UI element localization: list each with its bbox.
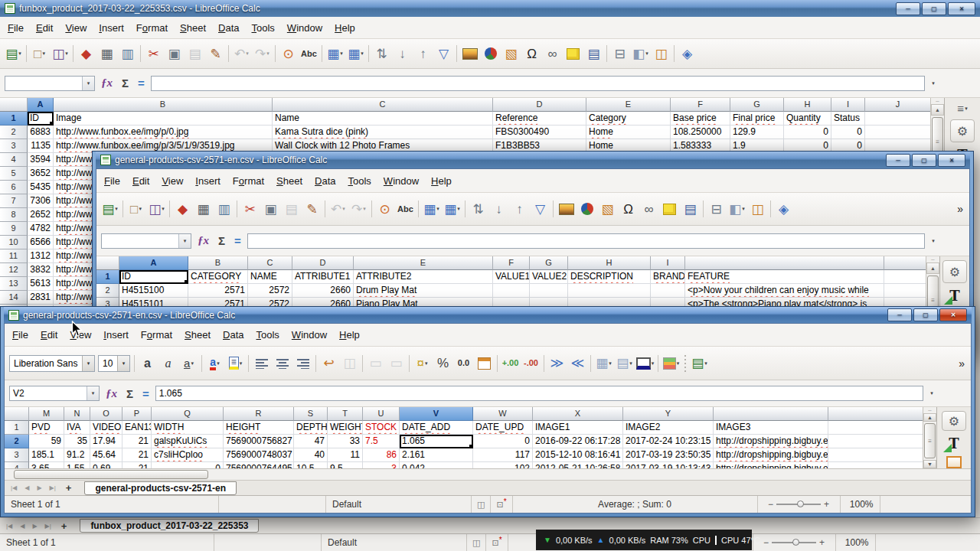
name-box[interactable]: ▾ xyxy=(101,233,191,249)
column-header-unlabeled[interactable] xyxy=(685,256,884,270)
name-box-dropdown[interactable]: ▾ xyxy=(82,77,94,90)
cell[interactable]: 2016-09-22 06:17:28 xyxy=(533,435,623,448)
insert-hyperlink-button[interactable]: ∞ xyxy=(542,44,563,64)
cell[interactable]: IMAGE2 xyxy=(623,421,714,435)
menu-window[interactable]: Window xyxy=(377,173,425,189)
cell[interactable]: 0 xyxy=(152,462,224,468)
cell[interactable]: DATE_ADD xyxy=(400,421,473,435)
sort-descending-button[interactable]: ↑ xyxy=(509,199,530,219)
insert-pivot-table-button[interactable]: ▧ xyxy=(501,44,521,64)
cell[interactable]: 108.250000 xyxy=(671,126,730,139)
name-box[interactable]: ▾ xyxy=(5,76,95,91)
freeze-rows-columns-button[interactable]: ◧▾ xyxy=(727,199,747,219)
border-style-button[interactable]: ▤▾ xyxy=(614,354,635,373)
cell[interactable]: Reference xyxy=(493,112,586,126)
toolbar-overflow-button[interactable]: » xyxy=(957,203,963,215)
cell[interactable]: Quantity xyxy=(784,112,831,126)
menu-format[interactable]: Format xyxy=(135,327,178,343)
cell[interactable]: STOCK xyxy=(363,421,400,435)
print-preview-button[interactable]: ▥ xyxy=(117,44,138,64)
sum-icon[interactable]: Σ xyxy=(215,234,228,247)
cell[interactable]: 2831 xyxy=(28,291,54,305)
cell[interactable]: IMAGE3 xyxy=(714,421,828,435)
cell[interactable]: <p>Now your children can enjoy music whi… xyxy=(685,284,884,298)
cell[interactable]: 3.65 xyxy=(29,462,64,468)
cell[interactable]: FBS0300490 xyxy=(493,126,586,139)
row-header-11[interactable]: 11 xyxy=(0,249,28,263)
row-header-13[interactable]: 13 xyxy=(0,277,28,291)
export-pdf-button[interactable]: ◆ xyxy=(76,44,96,64)
column-header-G[interactable]: G xyxy=(530,256,568,270)
column-header-B[interactable]: B xyxy=(188,256,248,270)
menu-view[interactable]: View xyxy=(155,173,189,189)
insert-column-button[interactable]: ▦▾ xyxy=(345,44,366,64)
close-button[interactable]: ✕ xyxy=(939,308,967,321)
column-header-Y[interactable]: Y xyxy=(623,407,714,421)
menu-insert[interactable]: Insert xyxy=(97,327,135,343)
cell[interactable]: 3 xyxy=(363,462,400,468)
next-sheet-button[interactable]: ▶ xyxy=(34,484,44,491)
cell[interactable]: http://www.funbox.ee/img/p/0.jpg xyxy=(54,126,273,139)
menu-edit[interactable]: Edit xyxy=(30,20,59,36)
undo-button[interactable]: ↶▾ xyxy=(328,199,348,219)
column-header-U[interactable]: U xyxy=(363,407,400,421)
cell[interactable]: 2652 xyxy=(28,208,54,222)
cell[interactable]: Drum Play Mat xyxy=(354,284,493,298)
special-character-button[interactable]: Ω xyxy=(521,44,542,64)
row-header-2[interactable]: 2 xyxy=(0,126,28,139)
clone-formatting-button[interactable]: ✎ xyxy=(302,199,322,219)
zoom-slider[interactable]: −+ xyxy=(753,534,836,551)
column-header-I[interactable]: I xyxy=(831,98,865,112)
currency-format-button[interactable]: ¤▾ xyxy=(412,354,433,373)
column-header-R[interactable]: R xyxy=(224,407,294,421)
row-header-7[interactable]: 7 xyxy=(0,194,28,208)
scroll-up-button[interactable]: ▲ xyxy=(923,413,936,422)
row-header-6[interactable]: 6 xyxy=(0,181,28,194)
row-header-3[interactable]: 3 xyxy=(0,139,28,153)
equals-icon[interactable]: = xyxy=(139,387,152,400)
cell[interactable]: 7569000748037 xyxy=(224,448,294,462)
row-header-1[interactable]: 1 xyxy=(96,270,119,284)
conditional-formatting-button[interactable]: ▾ xyxy=(661,354,681,373)
column-header-T[interactable]: T xyxy=(328,407,363,421)
function-wizard-icon[interactable]: ƒx xyxy=(98,77,116,90)
new-document-button[interactable]: ▤▾ xyxy=(100,199,120,219)
save-button[interactable]: ◫▾ xyxy=(50,44,70,64)
menu-file[interactable]: File xyxy=(6,327,34,343)
close-button[interactable]: ✕ xyxy=(948,2,975,15)
unmerge-cells-button[interactable]: ▭ xyxy=(386,354,407,373)
cell[interactable] xyxy=(530,284,568,298)
insert-chart-button[interactable] xyxy=(480,44,501,64)
cell[interactable]: 2017-02-24 10:23:15 xyxy=(623,435,714,448)
freeze-rows-columns-button[interactable]: ◧▾ xyxy=(630,44,651,64)
sidebar-settings-icon[interactable]: ≡▾ xyxy=(957,102,967,115)
name-box-dropdown[interactable]: ▾ xyxy=(178,234,191,248)
cell[interactable]: HEIGHT xyxy=(224,421,294,435)
column-header-P[interactable]: P xyxy=(122,407,152,421)
column-header-C[interactable]: C xyxy=(248,256,292,270)
paste-button[interactable]: ▤ xyxy=(281,199,302,219)
spelling-button[interactable]: Abc xyxy=(395,199,416,219)
cell[interactable]: 1.065 xyxy=(400,435,473,448)
function-wizard-icon[interactable]: ƒx xyxy=(103,387,120,400)
sum-icon[interactable]: Σ xyxy=(119,77,132,90)
column-header-E[interactable]: E xyxy=(586,98,671,112)
formula-input[interactable] xyxy=(151,76,925,91)
cell[interactable]: 7569000756827 xyxy=(224,435,294,448)
cell[interactable]: 1312 xyxy=(28,249,54,263)
cell[interactable]: ID xyxy=(28,112,54,126)
cut-button[interactable]: ✂ xyxy=(240,199,260,219)
cell[interactable]: ID xyxy=(119,270,188,284)
cell[interactable]: 3832 xyxy=(28,263,54,277)
insert-image-button[interactable] xyxy=(556,199,577,219)
titlebar[interactable]: general-products-csv-2571-en.csv - Libre… xyxy=(96,152,970,168)
column-header-H[interactable]: H xyxy=(784,98,831,112)
font-color-button[interactable]: a▾ xyxy=(204,354,225,373)
column-header-X[interactable]: X xyxy=(533,407,623,421)
cell[interactable]: 1135 xyxy=(28,139,54,153)
cell[interactable]: 21 xyxy=(122,462,152,468)
cell[interactable]: http://dropshipping.bigbuy.eu/i xyxy=(714,448,828,462)
page-style-indicator[interactable]: Default xyxy=(326,496,472,513)
sheet-tab-active[interactable]: funbox_product_2017-03-22_225353 xyxy=(80,519,259,533)
cell[interactable]: IVA xyxy=(64,421,90,435)
